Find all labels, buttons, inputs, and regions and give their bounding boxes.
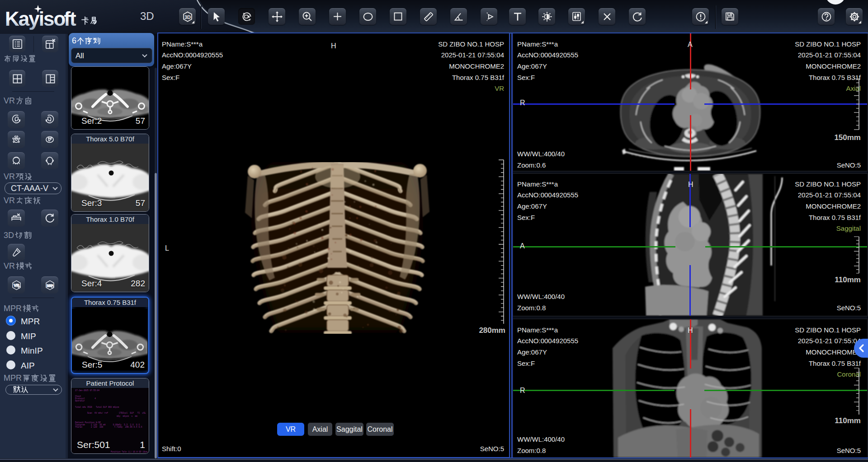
svg-text:280mm: 280mm bbox=[479, 326, 505, 335]
svg-text:MIP: MIP bbox=[47, 283, 52, 287]
svg-text:150mm: 150mm bbox=[834, 133, 861, 142]
svg-text:110mm: 110mm bbox=[835, 416, 861, 425]
svg-text:110mm: 110mm bbox=[835, 275, 861, 284]
svg-text:Kayisoft: Kayisoft bbox=[5, 8, 76, 30]
svg-text:3D: 3D bbox=[184, 14, 190, 19]
